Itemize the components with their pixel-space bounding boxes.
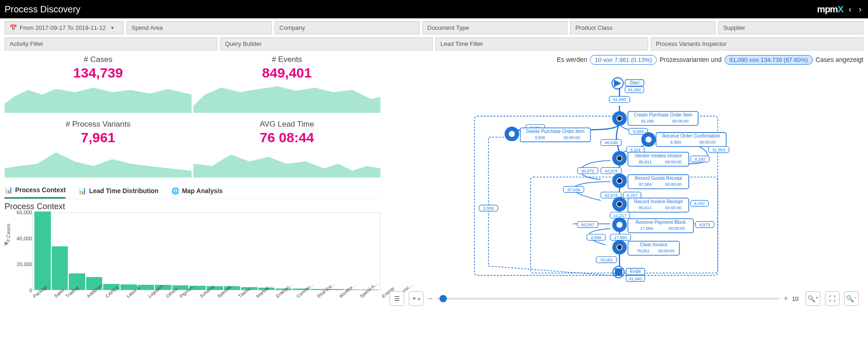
svg-text:9,393: 9,393 bbox=[670, 140, 681, 144]
y-axis-label: # Cases bbox=[5, 223, 11, 242]
svg-text:Delete Purchase Order Item: Delete Purchase Order Item bbox=[526, 129, 584, 134]
tabs: 📊 Process Context 📊 Lead Time Distributi… bbox=[5, 183, 380, 199]
filter-supplier[interactable]: Supplier bbox=[718, 21, 863, 34]
filter-product-class[interactable]: Product Class bbox=[570, 21, 715, 34]
svg-text:42,972: 42,972 bbox=[604, 193, 617, 198]
svg-point-49 bbox=[617, 178, 622, 183]
variants-pill-2[interactable]: 91,090 von 134,739 (67.60%) bbox=[725, 55, 813, 65]
kpi-events: # Events 849,401 bbox=[193, 53, 380, 116]
svg-text:46,638: 46,638 bbox=[604, 140, 617, 145]
svg-point-22 bbox=[507, 129, 517, 139]
kpi-variants-title: # Process Variants bbox=[5, 120, 192, 129]
kpi-variants-value: 7,961 bbox=[5, 130, 192, 145]
svg-text:6,767: 6,767 bbox=[694, 201, 705, 206]
tab-lead-time-dist[interactable]: 📊 Lead Time Distribution bbox=[78, 183, 158, 199]
chart-bar[interactable] bbox=[34, 211, 51, 290]
filter-activity[interactable]: Activity Filter bbox=[5, 37, 217, 50]
filter-spend-area[interactable]: Spend Area bbox=[126, 21, 272, 34]
svg-point-37 bbox=[617, 156, 622, 161]
svg-text:78,051: 78,051 bbox=[600, 258, 613, 262]
svg-text:87,584: 87,584 bbox=[639, 182, 652, 187]
svg-text:60,067: 60,067 bbox=[581, 222, 594, 227]
kpi-cases: # Cases 134,739 bbox=[5, 53, 192, 116]
process-map[interactable]: Start 91,090 91,090 Create Purchase Orde… bbox=[385, 69, 863, 289]
filter-company[interactable]: Company bbox=[275, 21, 420, 34]
zoom-out-button[interactable]: 🔍⁻ bbox=[844, 291, 859, 306]
process-node-clear-invoice[interactable]: Clear Invoice 78,051 00:00:00 bbox=[615, 241, 680, 255]
process-node-remove-payment-block[interactable]: Remove Payment Block 17,984 00:00:00 bbox=[615, 219, 694, 233]
process-start-node[interactable]: Start 91,090 bbox=[612, 78, 643, 93]
kpi-leadtime-value: 76 08:44 bbox=[193, 130, 380, 145]
svg-text:Receive Order Confirmation: Receive Order Confirmation bbox=[662, 133, 720, 139]
logo: mpmX bbox=[817, 4, 843, 15]
svg-point-27 bbox=[643, 134, 654, 144]
filter-document-type[interactable]: Document Type bbox=[423, 21, 568, 34]
kpi-variants-spark bbox=[5, 145, 192, 178]
date-range-filter[interactable]: 📅 From 2017-09-17 To 2019-11-12 ▼ bbox=[5, 21, 124, 34]
svg-text:00:00:00: 00:00:00 bbox=[669, 226, 685, 231]
variants-pre: Es werden bbox=[557, 56, 587, 63]
nav-next-icon[interactable]: › bbox=[857, 5, 863, 14]
kpi-leadtime-title: AVG Lead Time bbox=[193, 120, 380, 129]
list-view-button[interactable]: ☰ bbox=[390, 291, 404, 306]
svg-marker-2 bbox=[614, 79, 621, 87]
nav-prev-icon[interactable]: ‹ bbox=[847, 5, 853, 14]
page-title: Process Discovery bbox=[5, 4, 81, 15]
variants-mid: Prozessvarianten und bbox=[659, 56, 721, 63]
y-tick: 20,000 bbox=[13, 261, 32, 267]
process-node-vendor-invoice[interactable]: Vendor creates invoice 80,611 00:00:00 bbox=[615, 152, 689, 167]
globe-icon: 🌐 bbox=[171, 187, 179, 194]
svg-text:91,090: 91,090 bbox=[613, 97, 626, 102]
chart-bar[interactable] bbox=[52, 246, 68, 290]
svg-rect-93 bbox=[615, 268, 622, 276]
svg-text:Clear Invoice: Clear Invoice bbox=[640, 242, 668, 247]
kpi-cases-spark bbox=[5, 81, 192, 113]
tab-process-context-label: Process Context bbox=[15, 186, 66, 194]
svg-text:2,560: 2,560 bbox=[591, 235, 601, 240]
fit-screen-button[interactable]: ⛶ bbox=[825, 291, 840, 306]
svg-text:37,639: 37,639 bbox=[567, 188, 580, 192]
tab-map-analysis[interactable]: 🌐 Map Analysis bbox=[171, 183, 223, 199]
svg-text:11,217: 11,217 bbox=[614, 213, 626, 218]
tab-map-analysis-label: Map Analysis bbox=[182, 187, 223, 194]
slider-plus-icon[interactable]: + bbox=[783, 294, 788, 304]
chart-title: Process Context bbox=[5, 202, 380, 211]
variants-pill-1[interactable]: 10 von 7,961 (0.13%) bbox=[590, 55, 657, 65]
svg-text:17,984: 17,984 bbox=[614, 235, 627, 240]
variants-slider[interactable] bbox=[437, 298, 780, 300]
kpi-leadtime-spark bbox=[193, 145, 380, 178]
slider-thumb[interactable] bbox=[439, 295, 447, 302]
svg-text:Remove Payment Block: Remove Payment Block bbox=[636, 220, 686, 225]
x-axis-labels: Packagi…SalesTrading …AdditivesCAPEX …La… bbox=[32, 290, 380, 309]
graph-view-button[interactable]: ⚬∘ bbox=[409, 291, 423, 306]
filter-row-1: 📅 From 2017-09-17 To 2019-11-12 ▼ Spend … bbox=[0, 18, 868, 37]
calendar-icon: 📅 bbox=[10, 24, 17, 31]
svg-text:00:00:00: 00:00:00 bbox=[699, 140, 716, 144]
svg-text:80,611: 80,611 bbox=[639, 205, 652, 210]
process-node-goods-receipt[interactable]: Record Goods Receipt 87,584 00:00:00 bbox=[615, 175, 689, 189]
filter-variants-inspector[interactable]: Process Variants Inspector bbox=[651, 37, 863, 50]
process-node-receive-order-conf[interactable]: Receive Order Confirmation 9,393 00:00:0… bbox=[643, 133, 726, 147]
zoom-in-button[interactable]: 🔍⁺ bbox=[806, 291, 820, 306]
svg-text:00:00:00: 00:00:00 bbox=[665, 160, 681, 164]
svg-text:00:00:00: 00:00:00 bbox=[665, 182, 681, 187]
filter-lead-time[interactable]: Lead Time Filter bbox=[435, 37, 648, 50]
tab-process-context[interactable]: 📊 Process Context bbox=[5, 183, 66, 199]
svg-text:3,506: 3,506 bbox=[483, 206, 494, 211]
svg-text:00:00:00: 00:00:00 bbox=[665, 205, 681, 210]
process-node-create-po[interactable]: Create Purchase Order Item 91,090 00:00:… bbox=[615, 111, 698, 126]
tab-lead-time-dist-label: Lead Time Distribution bbox=[89, 187, 158, 194]
svg-text:3,506: 3,506 bbox=[535, 135, 545, 140]
svg-point-70 bbox=[615, 220, 625, 230]
svg-text:6,767: 6,767 bbox=[627, 193, 637, 198]
svg-text:Vendor creates invoice: Vendor creates invoice bbox=[635, 153, 682, 158]
svg-text:6,292: 6,292 bbox=[695, 157, 705, 161]
svg-text:80,611: 80,611 bbox=[639, 160, 652, 164]
variants-post: Cases angezeigt bbox=[816, 56, 863, 63]
filter-query-builder[interactable]: Query Builder bbox=[220, 37, 433, 50]
svg-text:Ende: Ende bbox=[630, 269, 641, 274]
process-node-invoice-receipt[interactable]: Record Invoice Receipt 80,611 00:00:00 bbox=[615, 198, 689, 212]
kpi-cases-title: # Cases bbox=[5, 55, 192, 64]
slider-minus-icon[interactable]: − bbox=[428, 294, 433, 304]
process-end-node[interactable]: Ende 91,090 bbox=[613, 267, 644, 282]
